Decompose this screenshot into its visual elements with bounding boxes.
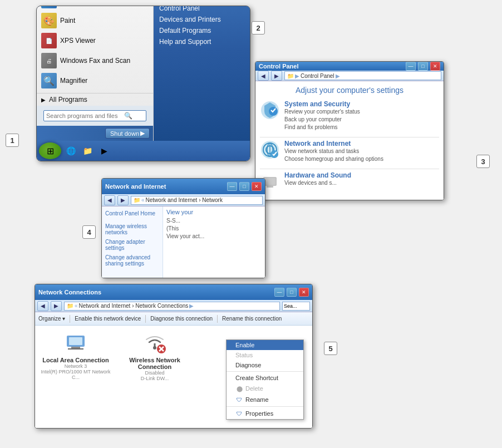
shutdown-button[interactable]: Shut down ▶ — [105, 128, 150, 139]
cp-item-network[interactable]: Network and Internet View network status… — [260, 140, 439, 163]
nc-maximize-button[interactable]: □ — [287, 288, 297, 297]
search-box[interactable]: Sea... — [282, 302, 310, 311]
ctx-sep2 — [227, 406, 303, 407]
nc-toolbar-diagnose[interactable]: Diagnose this connection — [150, 316, 213, 322]
ni-forward-button[interactable]: ▶ — [117, 195, 129, 205]
hardware-sub1: View devices and s... — [284, 179, 351, 187]
taskbar-explorer-icon[interactable]: 📁 — [80, 144, 95, 157]
ctx-create-shortcut[interactable]: Create Shortcut — [227, 373, 303, 383]
nc-toolbar-rename[interactable]: Rename this connection — [222, 316, 282, 322]
ni-close-button[interactable]: ✕ — [252, 182, 262, 191]
minimize-button[interactable]: — — [406, 62, 416, 71]
ni-sub2: (This — [166, 225, 262, 232]
ctx-create-shortcut-label: Create Shortcut — [235, 375, 278, 381]
ni-back-button[interactable]: ◀ — [104, 195, 115, 205]
ctx-rename-label: Rename — [245, 396, 269, 403]
ni-main-content: View your S-S... (This View your act... — [163, 206, 265, 278]
ni-sidebar: Control Panel Home Manage wireless netwo… — [102, 206, 163, 278]
start-item-magnifier[interactable]: 🔍 Magnifier — [37, 71, 153, 91]
back-button[interactable]: ◀ — [258, 71, 269, 81]
ni-minimize-button[interactable]: — — [227, 182, 237, 191]
start-item-calculator[interactable]: 🖩 Calculator — [37, 6, 153, 11]
forward-button[interactable]: ▶ — [271, 71, 282, 81]
network-sub1: View network status and tasks — [284, 147, 383, 155]
search-input[interactable] — [46, 112, 124, 119]
nc-toolbar-organize[interactable]: Organize ▾ — [38, 316, 65, 322]
ni-maximize-button[interactable]: □ — [239, 182, 249, 191]
calculator-icon: 🖩 — [41, 6, 57, 8]
ni-sidebar-control-panel-home[interactable]: Control Panel Home — [102, 209, 163, 218]
xps-icon: 📄 — [41, 33, 57, 48]
close-button[interactable]: ✕ — [430, 62, 440, 71]
ni-sidebar-change-adapter[interactable]: Change adapter settings — [102, 237, 163, 253]
ctx-enable[interactable]: Enable — [227, 340, 303, 350]
network-text: Network and Internet View network status… — [284, 140, 383, 163]
start-menu-left: 🖩 Calculator 🎨 Paint 📄 XPS Viewer 🖨 Wind… — [37, 6, 154, 141]
ctx-diagnose[interactable]: Diagnose — [227, 360, 303, 370]
cp-navbar: ◀ ▶ 📁 ▶ Control Panel ▶ — [255, 71, 444, 81]
ctx-diagnose-label: Diagnose — [235, 362, 261, 368]
nc-address-sep: « — [75, 303, 78, 309]
ni-sidebar-change-advanced[interactable]: Change advanced sharing settings — [102, 253, 163, 268]
hardware-title[interactable]: Hardware and Sound — [284, 171, 351, 179]
right-item-help[interactable]: Help and Support — [157, 36, 247, 47]
start-item-paint[interactable]: 🎨 Paint — [37, 11, 153, 31]
right-item-control-panel[interactable]: Control Panel — [157, 6, 247, 14]
nc-wireless-title: Wireless Network Connection — [119, 357, 191, 370]
system-security-sub1: Review your computer's status — [284, 108, 360, 116]
system-security-sub3: Find and fix problems — [284, 124, 360, 131]
start-item-fax[interactable]: 🖨 Windows Fax and Scan — [37, 51, 153, 71]
taskbar-media-icon[interactable]: ▶ — [97, 144, 111, 157]
cp-page-title: Adjust your computer's settings — [260, 86, 439, 95]
nc-minimize-button[interactable]: — — [274, 288, 284, 297]
start-button[interactable]: ⊞ — [39, 142, 61, 159]
nc-close-button[interactable]: ✕ — [299, 288, 309, 297]
svg-rect-14 — [68, 348, 83, 349]
ctx-rename[interactable]: 🛡 Rename — [227, 394, 303, 405]
start-menu-window: 🖩 Calculator 🎨 Paint 📄 XPS Viewer 🖨 Wind… — [36, 6, 250, 161]
taskbar-icons: 🌐 📁 ▶ — [63, 144, 111, 157]
ctx-properties-label: Properties — [245, 410, 273, 417]
maximize-button[interactable]: □ — [418, 62, 428, 71]
right-item-devices[interactable]: Devices and Printers — [157, 14, 247, 25]
hardware-text: Hardware and Sound View devices and s... — [284, 171, 351, 187]
search-icon[interactable]: 🔍 — [124, 112, 132, 120]
start-item-xps[interactable]: 📄 XPS Viewer — [37, 31, 153, 51]
nc-address-bar[interactable]: 📁 « Network and Internet › Network Conne… — [64, 302, 280, 311]
svg-rect-13 — [71, 347, 80, 348]
shutdown-label: Shut down — [110, 130, 139, 137]
nc-wireless-connection[interactable]: Wireless Network Connection Disabled D-L… — [119, 330, 191, 424]
nc-wireless-sub1: Disabled — [145, 370, 164, 376]
nc-toolbar-sep1 — [70, 315, 70, 323]
ctx-properties[interactable]: 🛡 Properties — [227, 408, 303, 419]
address-sep: ▶ — [295, 73, 299, 79]
ni-window-title: Network and Internet — [105, 183, 166, 190]
address-text: Control Panel — [301, 73, 334, 79]
ni-address-bar[interactable]: 📁 « Network and Internet › Network — [131, 196, 263, 205]
nc-titlebar: Network Connections — □ ✕ — [35, 284, 312, 300]
address-bar[interactable]: 📁 ▶ Control Panel ▶ — [284, 71, 441, 80]
search-bar[interactable]: 🔍 — [43, 110, 146, 121]
all-programs-item[interactable]: ▶ All Programs — [37, 93, 153, 106]
wireless-icon — [142, 330, 167, 355]
nc-back-button[interactable]: ◀ — [37, 301, 48, 311]
system-security-title[interactable]: System and Security — [284, 100, 360, 108]
network-icon — [260, 140, 280, 160]
network-sub2: Choose homegroup and sharing options — [284, 155, 383, 163]
system-security-icon — [260, 100, 280, 120]
cp-item-system-security[interactable]: System and Security Review your computer… — [260, 100, 439, 131]
nc-forward-button[interactable]: ▶ — [51, 301, 62, 311]
address-icon: 📁 — [287, 73, 294, 79]
context-menu: Enable Status Diagnose Create Shortcut ⬤… — [226, 339, 304, 420]
nc-navbar: ◀ ▶ 📁 « Network and Internet › Network C… — [35, 300, 312, 312]
cp-item-hardware[interactable]: Hardware and Sound View devices and s... — [260, 171, 439, 191]
svg-rect-10 — [267, 186, 273, 188]
nc-toolbar-enable[interactable]: Enable this network device — [75, 316, 141, 322]
taskbar-ie-icon[interactable]: 🌐 — [63, 144, 78, 157]
network-title[interactable]: Network and Internet — [284, 140, 383, 147]
ni-sidebar-manage-wireless[interactable]: Manage wireless networks — [102, 221, 163, 237]
nc-local-area-connection[interactable]: Local Area Connection Network 3 Intel(R)… — [40, 330, 112, 424]
ctx-properties-shield-icon: 🛡 — [235, 410, 243, 417]
taskbar: ⊞ 🌐 📁 ▶ — [37, 141, 250, 161]
right-item-default-programs[interactable]: Default Programs — [157, 25, 247, 36]
